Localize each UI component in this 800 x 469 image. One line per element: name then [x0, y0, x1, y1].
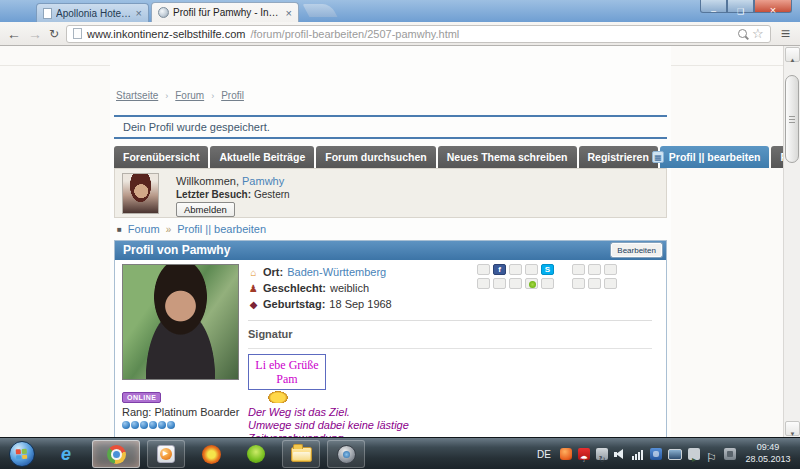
display-icon[interactable] — [668, 449, 682, 460]
taskbar-apps — [47, 440, 365, 468]
social-icon-disabled — [572, 264, 585, 275]
tab-neues-thema[interactable]: Neues Thema schreiben — [438, 146, 577, 168]
social-icon-disabled — [509, 278, 522, 289]
logout-button[interactable]: Abmelden — [176, 202, 235, 217]
taskbar-internet-explorer[interactable] — [47, 440, 85, 468]
window-controls — [700, 0, 792, 13]
social-icon-disabled — [604, 264, 617, 275]
taskbar-media-player[interactable] — [147, 440, 185, 468]
scroll-thumb[interactable] — [785, 75, 799, 163]
forum-bullet-icon: ■ — [117, 225, 122, 234]
geschlecht-value: weiblich — [330, 282, 369, 294]
back-button[interactable] — [7, 27, 21, 41]
bookmark-star-icon[interactable] — [752, 26, 764, 41]
collapse-icon[interactable] — [652, 151, 664, 163]
updater-icon[interactable] — [596, 448, 608, 460]
scroll-down-icon[interactable] — [785, 421, 800, 436]
browser-tab-active[interactable]: Profil für Pamwhy - Inkon — [151, 2, 299, 22]
skype-icon[interactable] — [541, 264, 554, 275]
star-icon — [149, 421, 157, 429]
close-tab-icon[interactable] — [286, 7, 292, 19]
new-tab-button[interactable] — [303, 4, 338, 17]
browser-toolbar: www.inkontinenz-selbsthilfe.com /forum/p… — [0, 22, 800, 46]
media-player-icon — [157, 445, 175, 463]
social-icon-disabled — [588, 278, 601, 289]
antivirus-umbrella-icon[interactable] — [578, 448, 590, 460]
window-close-button[interactable] — [754, 0, 792, 13]
tab-title: Apollonia Hotel, Apollonia — [56, 8, 132, 19]
tab-title: Profil für Pamwhy - Inkon — [173, 7, 282, 18]
reload-button[interactable] — [49, 28, 59, 40]
network-signal-icon[interactable] — [632, 448, 644, 460]
edit-button[interactable]: Bearbeiten — [611, 243, 662, 257]
chrome-icon — [107, 445, 126, 464]
breadcrumb-link-profil[interactable]: Profil — [221, 90, 244, 101]
signature-image: Li ebe Grüße Pam — [248, 354, 326, 390]
tab-forenuebersicht[interactable]: Forenübersicht — [114, 146, 208, 168]
username-link[interactable]: Pamwhy — [242, 175, 284, 187]
action-center-flag-icon[interactable] — [706, 448, 718, 460]
clock[interactable]: 09:49 28.05.2013 — [739, 441, 797, 465]
breadcrumb-separator: › — [165, 91, 168, 101]
start-button[interactable] — [9, 441, 35, 467]
screen: Apollonia Hotel, Apollonia Profil für Pa… — [0, 0, 800, 469]
taskbar-round-app[interactable] — [327, 440, 365, 468]
scroll-up-icon[interactable] — [785, 47, 800, 62]
url-domain: www.inkontinenz-selbsthilfe.com — [87, 28, 245, 40]
birthday-icon: ◆ — [248, 299, 259, 310]
field-label: Ort: — [263, 266, 283, 278]
security-icon[interactable] — [724, 448, 736, 460]
online-badge: ONLINE — [122, 392, 161, 403]
close-tab-icon[interactable] — [136, 7, 142, 19]
round-app-icon — [337, 445, 356, 464]
page-content: Startseite › Forum › Profil Dein Profil … — [110, 46, 671, 437]
volume-icon[interactable] — [614, 448, 626, 460]
taskbar-chrome-active[interactable] — [92, 440, 140, 468]
star-icon — [167, 421, 175, 429]
social-icon-disabled — [477, 264, 490, 275]
tab-profil-bearbeiten[interactable]: Profil || bearbeiten — [660, 146, 770, 168]
ort-value-link[interactable]: Baden-Württemberg — [287, 266, 386, 278]
social-icons-group-2 — [572, 264, 617, 289]
breadcrumb-separator: › — [211, 91, 214, 101]
msn-icon-disabled — [541, 278, 554, 289]
forward-button[interactable] — [28, 27, 42, 41]
field-geburtstag: ◆ Geburtstag: 18 Sep 1968 — [248, 296, 392, 312]
location-icon: ⌂ — [248, 267, 259, 278]
tray-blue-icon[interactable] — [650, 448, 662, 460]
address-bar[interactable]: www.inkontinenz-selbsthilfe.com /forum/p… — [66, 25, 771, 43]
usb-eject-icon[interactable] — [688, 448, 700, 460]
breadcrumb: Startseite › Forum › Profil — [116, 90, 244, 101]
browser-tab-inactive[interactable]: Apollonia Hotel, Apollonia — [36, 3, 149, 22]
taskbar-icq[interactable] — [237, 440, 275, 468]
signature-line1: Li ebe Grüße — [255, 358, 318, 372]
window-minimize-button[interactable] — [700, 0, 727, 13]
social-icon-disabled — [525, 264, 538, 275]
breadcrumb-link-startseite[interactable]: Startseite — [116, 90, 158, 101]
welcome-panel: Willkommen, Pamwhy Letzter Besuch:Gester… — [114, 168, 667, 218]
folder-icon — [291, 447, 312, 462]
forum-crumb-link[interactable]: Forum — [128, 223, 160, 235]
search-icon[interactable] — [738, 29, 747, 38]
language-indicator[interactable]: DE — [537, 449, 551, 460]
divider — [248, 348, 652, 349]
profil-crumb-link[interactable]: Profil || bearbeiten — [177, 223, 266, 235]
taskbar: DE 09:49 28.05.2013 — [0, 437, 800, 469]
facebook-icon[interactable] — [493, 264, 506, 275]
taskbar-explorer[interactable] — [282, 440, 320, 468]
last-visit-line: Letzter Besuch:Gestern — [176, 189, 290, 200]
scrollbar[interactable] — [783, 46, 800, 437]
icq-icon[interactable] — [525, 278, 538, 289]
field-label: Geschlecht: — [263, 282, 326, 294]
field-label: Geburtstag: — [263, 298, 325, 310]
tab-registrieren[interactable]: Registrieren — [579, 146, 658, 168]
menu-icon[interactable] — [778, 25, 793, 43]
taskbar-image-viewer[interactable] — [192, 440, 230, 468]
breadcrumb-link-forum[interactable]: Forum — [175, 90, 204, 101]
welcome-greeting: Willkommen, — [176, 175, 239, 187]
url-path: /forum/profil-bearbeiten/2507-pamwhy.htm… — [250, 28, 733, 40]
window-maximize-button[interactable] — [727, 0, 754, 13]
tray-orange-icon[interactable] — [560, 448, 572, 460]
tab-aktuelle-beitraege[interactable]: Aktuelle Beiträge — [210, 146, 314, 168]
tab-forum-durchsuchen[interactable]: Forum durchsuchen — [316, 146, 436, 168]
